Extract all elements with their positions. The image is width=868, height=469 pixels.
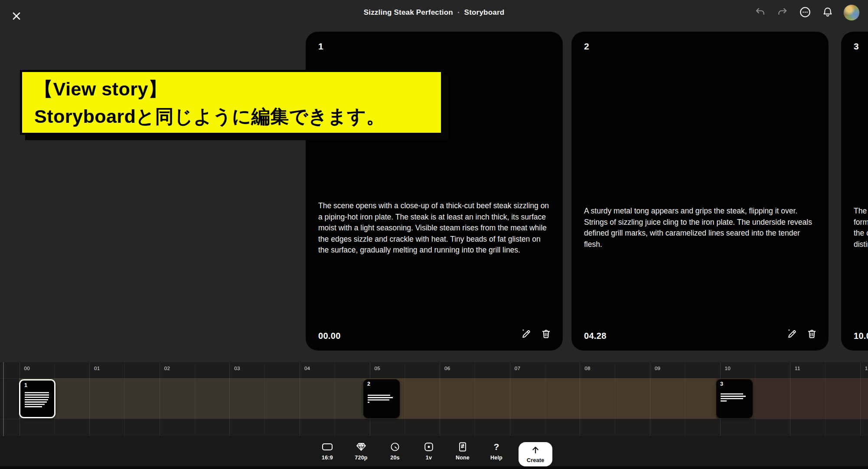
card-caption[interactable]: A sturdy metal tong appears and grips th…	[584, 206, 816, 250]
variations-label: 1v	[426, 455, 432, 461]
card-timestamp: 00.00	[318, 331, 341, 341]
timeline-tick-label: 07	[515, 366, 520, 371]
storyboard-book-icon	[458, 442, 467, 452]
help-label: Help	[490, 455, 503, 461]
edit-caption-button[interactable]	[519, 328, 532, 341]
delete-card-button[interactable]	[805, 328, 818, 341]
project-title: Sizzling Steak Perfection	[364, 8, 453, 17]
card-timestamp: 10.0	[854, 331, 868, 341]
help-button[interactable]: ? Help	[485, 442, 508, 461]
section-title: Storyboard	[464, 8, 505, 17]
delete-card-button[interactable]	[539, 328, 552, 341]
timeline-tick-label: 01	[94, 366, 100, 371]
timeline-tick-label: 05	[375, 366, 380, 371]
card-number: 1	[318, 41, 323, 52]
timeline-tick-label: 06	[444, 366, 450, 371]
create-button[interactable]: Create	[519, 442, 552, 466]
square-dot-icon	[424, 442, 434, 452]
card-timestamp: 04.28	[584, 331, 607, 341]
notifications-button[interactable]	[820, 5, 835, 20]
timeline-tick-label: 09	[655, 366, 660, 371]
more-options-button[interactable]	[798, 5, 813, 20]
style-preset-label: None	[456, 455, 470, 461]
timeline-track-segment[interactable]	[19, 378, 363, 419]
timeline-tick-label: 08	[584, 366, 590, 371]
card-number: 2	[584, 41, 589, 52]
redo-icon	[777, 7, 788, 19]
timeline-tick-label: 12	[865, 366, 868, 371]
timeline-tick-label: 10	[725, 366, 731, 371]
undo-icon	[754, 7, 766, 19]
pencil-sparkle-icon	[786, 328, 798, 341]
storyboard-card-3: 3 The s formi the c distin 10.0	[841, 32, 868, 351]
timeline-tick-label: 03	[234, 366, 240, 371]
timeline-clip-3[interactable]: 3	[716, 379, 753, 418]
breadcrumb: Sizzling Steak Perfection · Storyboard	[0, 0, 868, 25]
storyboard-card-2: 2 A sturdy metal tong appears and grips …	[571, 32, 829, 351]
edit-caption-button[interactable]	[785, 328, 798, 341]
clip-number: 2	[367, 381, 370, 387]
timeline-tick-label: 02	[164, 366, 170, 371]
redo-button[interactable]	[775, 5, 790, 20]
annotation-line-1: 【View story】	[34, 75, 432, 103]
composer-toolbar: 16:9 720p 20s 1v None ? Help Create	[0, 436, 868, 466]
card-caption[interactable]: The scene opens with a close-up of a thi…	[318, 200, 550, 256]
annotation-line-2: Storyboardと同じように編集できます。	[34, 103, 432, 130]
timeline-tick-label: 04	[304, 366, 310, 371]
gem-icon	[356, 442, 366, 452]
card-caption[interactable]: The s formi the c distin	[854, 206, 868, 250]
up-arrow-icon	[531, 445, 540, 456]
timeline-clip-2[interactable]: 2	[363, 379, 400, 418]
resolution-button[interactable]: 720p	[349, 442, 373, 461]
resolution-label: 720p	[355, 455, 367, 461]
create-label: Create	[527, 457, 544, 463]
variations-button[interactable]: 1v	[417, 442, 441, 461]
pencil-sparkle-icon	[520, 328, 532, 341]
annotation-callout: 【View story】 Storyboardと同じように編集できます。	[20, 70, 443, 135]
account-button[interactable]	[843, 5, 860, 20]
timeline-track-segment[interactable]	[363, 378, 716, 419]
aspect-ratio-icon	[322, 442, 333, 452]
duration-button[interactable]: 20s	[383, 442, 407, 461]
trash-icon	[806, 328, 817, 341]
ellipsis-circle-icon	[799, 6, 811, 20]
bottom-edge	[0, 466, 868, 469]
title-separator: ·	[457, 8, 460, 17]
clock-icon	[390, 442, 400, 452]
clip-number: 1	[24, 382, 27, 388]
timeline-tick-label: 00	[24, 366, 30, 371]
trash-icon	[541, 328, 551, 341]
duration-label: 20s	[390, 455, 399, 461]
aspect-ratio-label: 16:9	[322, 455, 333, 461]
top-bar: Sizzling Steak Perfection · Storyboard	[0, 0, 868, 25]
avatar	[843, 4, 860, 21]
timeline-clip-1[interactable]: 1	[19, 379, 55, 418]
timeline-left-edge	[3, 362, 4, 436]
timeline-tick-label: 11	[795, 366, 800, 371]
undo-button[interactable]	[753, 5, 767, 20]
question-mark-icon: ?	[494, 442, 499, 452]
bell-icon	[822, 7, 833, 19]
card-number: 3	[854, 41, 859, 52]
aspect-ratio-button[interactable]: 16:9	[316, 442, 339, 461]
clip-number: 3	[720, 381, 723, 387]
style-preset-button[interactable]: None	[451, 442, 474, 461]
